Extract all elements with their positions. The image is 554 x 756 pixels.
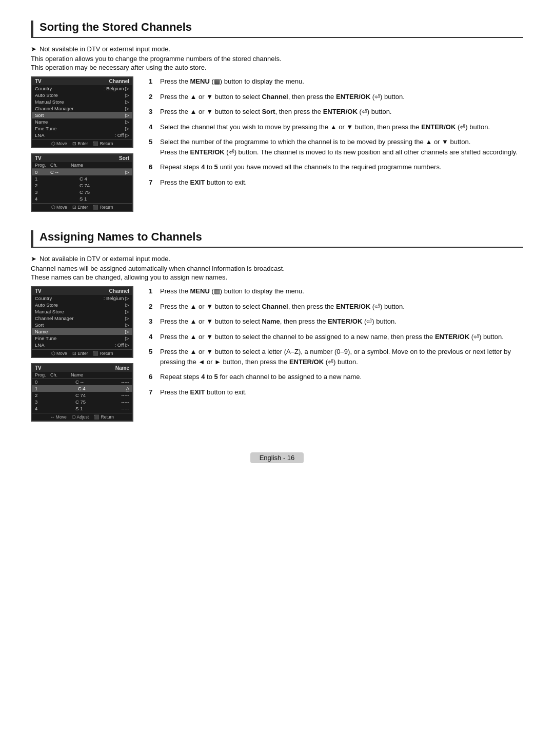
- assign-step-3-text: Press the ▲ or ▼ button to select Name, …: [160, 316, 523, 327]
- sort-note-line: ➤ Not available in DTV or external input…: [31, 45, 523, 53]
- page-footer: English - 16: [31, 452, 523, 463]
- sort-tv-screen-2: TV Sort Prog. Ch. Name 0C --▷ 1C 4 2C 74: [31, 153, 133, 212]
- sort-step-1-text: Press the MENU (▦) button to display the…: [160, 76, 523, 87]
- sort-step-1: 1 Press the MENU (▦) button to display t…: [149, 76, 523, 87]
- sort-tv1-row-lna: LNA: Off ▷: [32, 132, 132, 138]
- assign-tv2-row-1: 1C 4A: [32, 385, 132, 392]
- sort-tv1-header: TV Channel: [32, 77, 132, 85]
- sort-instructions: 1 Press the MENU (▦) button to display t…: [149, 76, 523, 212]
- assign-tv1-row-sort: Sort▷: [32, 322, 132, 328]
- assign-tv2-row-3: 3C 75-----: [32, 399, 132, 405]
- sort-step-6: 6 Repeat steps 4 to 5 until you have mov…: [149, 162, 523, 172]
- page-badge-text: English - 16: [260, 454, 295, 462]
- assign-tv1-row-country: Country: Belgium ▷: [32, 295, 132, 302]
- assign-step-2-num: 2: [149, 302, 156, 312]
- assign-step-6-num: 6: [149, 372, 156, 382]
- sort-tv1-row-finetune: Fine Tune▷: [32, 125, 132, 132]
- sort-tv1-row-chanmgr: Channel Manager▷: [32, 105, 132, 112]
- sort-notes: ➤ Not available in DTV or external input…: [31, 45, 523, 71]
- sort-step-3-num: 3: [149, 107, 156, 117]
- assign-tv1-row-chanmgr: Channel Manager▷: [32, 315, 132, 322]
- sort-tv1-row-autostore: Auto Store▷: [32, 92, 132, 98]
- assign-tv1-header-right: Channel: [109, 288, 129, 294]
- sort-step-7: 7 Press the EXIT button to exit.: [149, 177, 523, 188]
- sort-tv2-row-2: 2C 74: [32, 182, 132, 189]
- assign-tv2-row-0: 0C -------: [32, 379, 132, 385]
- assign-tv2-col-headers: Prog. Ch. Name: [32, 372, 132, 379]
- sort-content: TV Channel Country: Belgium ▷ Auto Store…: [31, 76, 523, 212]
- assign-tv1-row-autostore: Auto Store▷: [32, 302, 132, 308]
- sort-step-7-text: Press the EXIT button to exit.: [160, 177, 523, 188]
- assign-tv2-header-left: TV: [35, 365, 42, 371]
- assign-intro2: These names can be changed, allowing you…: [31, 273, 523, 281]
- sort-step-1-num: 1: [149, 76, 156, 87]
- sort-tv1-row-country: Country: Belgium ▷: [32, 85, 132, 92]
- assign-step-1: 1 Press the MENU (▦) button to display t…: [149, 286, 523, 296]
- sort-tv1-row-sort: Sort▷: [32, 112, 132, 118]
- assign-step-5: 5 Press the ▲ or ▼ button to select a le…: [149, 347, 523, 367]
- sort-step-4: 4 Select the channel that you wish to mo…: [149, 122, 523, 132]
- sort-tv-menus: TV Channel Country: Belgium ▷ Auto Store…: [31, 76, 133, 212]
- sort-tv2-row-1: 1C 4: [32, 175, 132, 182]
- assign-tv-screen-1: TV Channel Country: Belgium ▷ Auto Store…: [31, 286, 133, 358]
- sort-tv2-footer: ⬡ Move⊡ Enter⬛ Return: [32, 203, 132, 211]
- assign-step-2: 2 Press the ▲ or ▼ button to select Chan…: [149, 302, 523, 312]
- page-badge: English - 16: [250, 452, 304, 463]
- sort-step-2-num: 2: [149, 92, 156, 102]
- assign-content: TV Channel Country: Belgium ▷ Auto Store…: [31, 286, 523, 422]
- assign-intro1: Channel names will be assigned automatic…: [31, 265, 523, 272]
- assign-note-line: ➤ Not available in DTV or external input…: [31, 255, 523, 263]
- assign-tv1-row-manualstore: Manual Store▷: [32, 308, 132, 315]
- sort-tv1-footer: ⬡ Move⊡ Enter⬛ Return: [32, 140, 132, 147]
- assign-step-3: 3 Press the ▲ or ▼ button to select Name…: [149, 316, 523, 327]
- sort-intro1: This operation allows you to change the …: [31, 55, 523, 63]
- sort-tv2-header-left: TV: [35, 155, 42, 161]
- sort-step-2-text: Press the ▲ or ▼ button to select Channe…: [160, 92, 523, 102]
- assign-tv1-row-finetune: Fine Tune▷: [32, 335, 132, 342]
- sort-tv2-row-4: 4S 1: [32, 195, 132, 202]
- sort-step-2: 2 Press the ▲ or ▼ button to select Chan…: [149, 92, 523, 102]
- assign-instructions: 1 Press the MENU (▦) button to display t…: [149, 286, 523, 422]
- assign-tv-menus: TV Channel Country: Belgium ▷ Auto Store…: [31, 286, 133, 422]
- assign-tv2-header: TV Name: [32, 364, 132, 372]
- section-sort-title: Sorting the Stored Channels: [31, 21, 523, 38]
- assign-step-6-text: Repeat steps 4 to 5 for each channel to …: [160, 372, 523, 382]
- assign-step-7-text: Press the EXIT button to exit.: [160, 387, 523, 397]
- assign-step-1-num: 1: [149, 286, 156, 296]
- sort-tv-screen-1: TV Channel Country: Belgium ▷ Auto Store…: [31, 76, 133, 148]
- assign-step-4: 4 Press the ▲ or ▼ button to select the …: [149, 332, 523, 342]
- assign-tv1-header-left: TV: [35, 288, 42, 294]
- sort-step-4-text: Select the channel that you wish to move…: [160, 122, 523, 132]
- sort-step-3: 3 Press the ▲ or ▼ button to select Sort…: [149, 107, 523, 117]
- assign-arrow-icon: ➤: [31, 255, 36, 263]
- assign-tv2-row-2: 2C 74-----: [32, 392, 132, 399]
- sort-tv1-row-name: Name▷: [32, 118, 132, 125]
- assign-step-4-text: Press the ▲ or ▼ button to select the ch…: [160, 332, 523, 342]
- assign-step-6: 6 Repeat steps 4 to 5 for each channel t…: [149, 372, 523, 382]
- assign-tv1-row-name: Name▷: [32, 328, 132, 335]
- assign-tv1-footer: ⬡ Move⊡ Enter⬛ Return: [32, 349, 132, 357]
- assign-step-1-text: Press the MENU (▦) button to display the…: [160, 286, 523, 296]
- assign-step-5-text: Press the ▲ or ▼ button to select a lett…: [160, 347, 523, 367]
- assign-tv-screen-2: TV Name Prog. Ch. Name 0C ------- 1C 4A …: [31, 363, 133, 422]
- sort-step-5-text: Select the number of the programme to wh…: [160, 137, 523, 157]
- assign-step-2-text: Press the ▲ or ▼ button to select Channe…: [160, 302, 523, 312]
- assign-step-7: 7 Press the EXIT button to exit.: [149, 387, 523, 397]
- sort-tv1-header-left: TV: [35, 78, 42, 84]
- assign-notes: ➤ Not available in DTV or external input…: [31, 255, 523, 281]
- assign-step-4-num: 4: [149, 332, 156, 342]
- sort-tv2-header-right: Sort: [119, 155, 129, 161]
- sort-tv2-header: TV Sort: [32, 154, 132, 162]
- sort-step-4-num: 4: [149, 122, 156, 132]
- sort-tv2-col-headers: Prog. Ch. Name: [32, 162, 132, 169]
- section-assign-names: Assigning Names to Channels ➤ Not availa…: [31, 230, 523, 422]
- assign-tv2-header-right: Name: [115, 365, 129, 371]
- sort-tv2-row-0: 0C --▷: [32, 169, 132, 175]
- sort-intro2: This operation may be necessary after us…: [31, 64, 523, 71]
- assign-tv2-footer: ↔ Move⬡ Adjust⬛ Return: [32, 413, 132, 421]
- section-sort-channels: Sorting the Stored Channels ➤ Not availa…: [31, 21, 523, 212]
- sort-step-6-text: Repeat steps 4 to 5 until you have moved…: [160, 162, 523, 172]
- assign-step-3-num: 3: [149, 316, 156, 327]
- assign-tv1-header: TV Channel: [32, 287, 132, 295]
- assign-tv2-row-4: 4S 1-----: [32, 405, 132, 412]
